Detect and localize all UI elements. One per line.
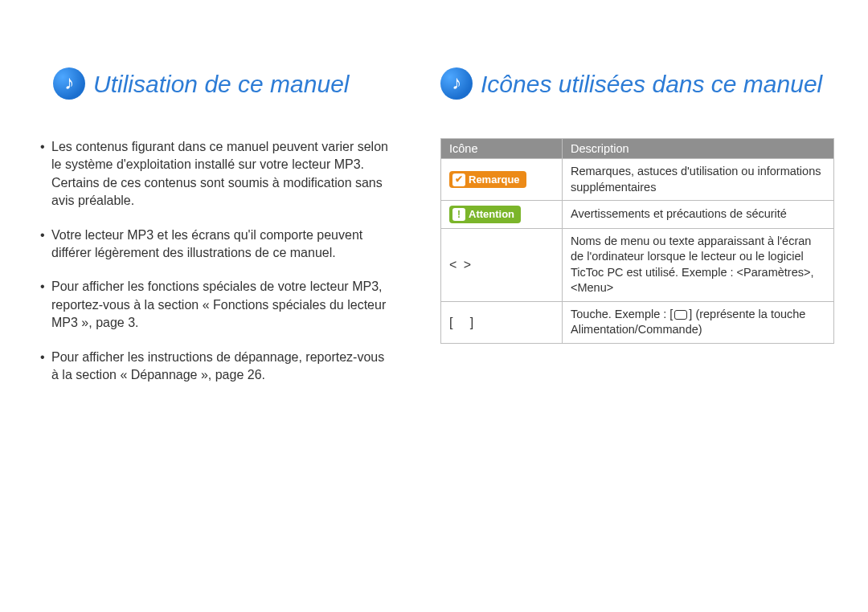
header-icon: Icône: [441, 139, 563, 159]
table-row: [ ] Touche. Exemple : [] (représente la …: [441, 301, 834, 343]
right-column: Icônes utilisées dans ce manuel Icône De…: [434, 0, 868, 612]
angle-brackets-icon: < >: [449, 258, 473, 271]
cell-icon-key: [ ]: [441, 301, 563, 343]
bracket-open: [: [449, 316, 454, 329]
music-note-icon: [440, 67, 473, 100]
attention-badge: ! Attention: [449, 206, 521, 223]
remarque-badge: ✔ Remarque: [449, 171, 526, 189]
manual-page: Utilisation de ce manuel Les contenus fi…: [0, 0, 868, 612]
right-title: Icônes utilisées dans ce manuel: [481, 71, 822, 97]
cell-desc-menu: Noms de menu ou texte apparaissant à l'é…: [563, 228, 834, 301]
left-column: Utilisation de ce manuel Les contenus fi…: [0, 0, 434, 612]
table-row: ! Attention Avertissements et précaution…: [441, 201, 834, 229]
bracket-close: ]: [470, 316, 475, 329]
table-row: < > Noms de menu ou texte apparaissant à…: [441, 228, 834, 301]
icon-description-table: Icône Description ✔ Remarque Remarques, …: [440, 138, 834, 344]
left-heading: Utilisation de ce manuel: [53, 67, 400, 100]
list-item: Votre lecteur MP3 et les écrans qu'il co…: [35, 226, 392, 263]
cell-icon-remarque: ✔ Remarque: [441, 159, 563, 201]
exclamation-icon: !: [452, 208, 465, 221]
header-description: Description: [563, 139, 834, 159]
right-heading: Icônes utilisées dans ce manuel: [440, 67, 834, 100]
square-brackets-icon: [ ]: [449, 316, 475, 329]
list-item: Pour afficher les fonctions spéciales de…: [35, 278, 392, 332]
check-icon: ✔: [452, 173, 465, 186]
left-title: Utilisation de ce manuel: [93, 71, 350, 97]
cell-icon-attention: ! Attention: [441, 201, 563, 229]
list-item: Les contenus figurant dans ce manuel peu…: [35, 138, 392, 210]
list-item: Pour afficher les instructions de dépann…: [35, 349, 392, 385]
key-square-icon: [674, 310, 687, 320]
cell-desc-key: Touche. Exemple : [] (représente la touc…: [563, 301, 834, 343]
table-header-row: Icône Description: [441, 139, 834, 159]
cell-desc-remarque: Remarques, astuces d'utilisation ou info…: [563, 159, 834, 201]
key-desc-prefix: Touche. Exemple : [: [571, 308, 673, 320]
music-note-icon: [53, 67, 85, 100]
cell-desc-attention: Avertissements et précautions de sécurit…: [563, 201, 834, 229]
badge-label: Attention: [469, 207, 514, 222]
badge-label: Remarque: [469, 173, 520, 187]
left-bullet-list: Les contenus figurant dans ce manuel peu…: [35, 138, 392, 384]
table-row: ✔ Remarque Remarques, astuces d'utilisat…: [441, 159, 834, 201]
cell-icon-menu: < >: [441, 228, 563, 301]
